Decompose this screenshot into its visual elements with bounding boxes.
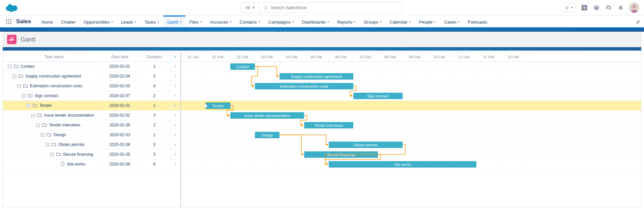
nav-item-opportunities[interactable]: Opportunities▾ [80, 16, 117, 27]
add-task-button[interactable]: ＋ [170, 141, 180, 148]
task-row[interactable]: −Design2020-02-031＋ [3, 130, 180, 140]
page-header: Gantt [3, 32, 641, 47]
task-row[interactable]: −Sign contract2020-02-072＋ [3, 91, 180, 101]
task-row[interactable]: −Contact2020-02-021＋ [3, 62, 180, 71]
edit-nav-button[interactable] [636, 16, 641, 28]
task-duration-cell[interactable]: 3 [139, 111, 171, 120]
gantt-bar[interactable]: Issue tender documentation [230, 112, 304, 119]
add-task-button[interactable]: ＋ [170, 63, 180, 70]
user-avatar[interactable] [629, 3, 639, 13]
notifications-button[interactable] [617, 4, 624, 11]
collapse-toggle[interactable]: − [46, 143, 49, 147]
task-start-cell[interactable]: 2020-02-05 [101, 150, 139, 159]
nav-item-calendar[interactable]: Calendar▾ [386, 16, 415, 27]
task-row[interactable]: −Estimation construction costs2020-02-03… [3, 81, 180, 91]
task-row[interactable]: −Issue tender documentation2020-02-023＋ [3, 111, 180, 120]
task-row[interactable]: Site works2020-02-066＋ [3, 159, 180, 169]
task-duration-cell[interactable]: 3 [139, 140, 171, 149]
task-start-cell[interactable]: 2020-02-07 [101, 91, 139, 100]
collapse-toggle[interactable]: − [31, 114, 35, 117]
gantt-bar[interactable]: Site works [329, 161, 476, 168]
nav-item-forecasts[interactable]: Forecasts [464, 16, 491, 27]
nav-item-chatter[interactable]: Chatter [57, 16, 80, 27]
col-duration[interactable]: Duration [139, 52, 170, 61]
help-button[interactable] [593, 4, 600, 11]
setup-button[interactable] [605, 4, 612, 11]
collapse-toggle[interactable]: − [27, 104, 30, 108]
task-duration-cell[interactable]: 1 [139, 101, 171, 110]
add-task-button[interactable]: ＋ [170, 112, 180, 119]
favorites-button[interactable]: ▼ [562, 3, 576, 12]
task-start-cell[interactable]: 2020-02-02 [101, 111, 139, 120]
task-duration-cell[interactable]: 6 [139, 159, 171, 169]
gantt-bar[interactable]: Tender interviews [304, 122, 353, 128]
search-input[interactable] [271, 5, 399, 10]
collapse-toggle[interactable]: − [12, 74, 16, 78]
add-button[interactable] [581, 4, 588, 11]
gantt-bar[interactable]: Obtain permits [329, 142, 403, 148]
task-row[interactable]: −Tender interviews2020-02-052＋ [3, 120, 180, 130]
collapse-toggle[interactable]: − [36, 123, 40, 127]
nav-item-files[interactable]: Files▾ [185, 16, 206, 27]
timeline-row [181, 81, 641, 91]
add-task-button[interactable]: ＋ [170, 131, 180, 139]
task-row[interactable]: −Obtain permits2020-02-063＋ [3, 140, 180, 150]
add-task-button[interactable]: ＋ [170, 83, 180, 90]
nav-item-campaigns[interactable]: Campaigns▾ [264, 16, 298, 27]
nav-item-leads[interactable]: Leads▾ [117, 16, 140, 27]
collapse-toggle[interactable]: − [17, 84, 21, 88]
gantt-bar[interactable]: Design [255, 132, 280, 138]
nav-item-cases[interactable]: Cases▾ [440, 16, 464, 27]
task-start-cell[interactable]: 2020-02-06 [101, 159, 139, 169]
nav-item-contacts[interactable]: Contacts▾ [235, 16, 264, 27]
task-name-label: Sign contract [35, 93, 58, 98]
collapse-toggle[interactable]: − [8, 65, 11, 68]
task-duration-cell[interactable]: 1 [139, 62, 170, 71]
task-duration-cell[interactable]: 3 [139, 150, 171, 159]
task-start-cell[interactable]: 2020-02-06 [101, 140, 139, 149]
task-row[interactable]: −Tender2020-02-011＋ [3, 101, 180, 111]
task-start-cell[interactable]: 2020-02-05 [101, 120, 139, 130]
nav-item-dashboards[interactable]: Dashboards▾ [298, 16, 333, 27]
search-scope-selector[interactable]: All ▼ [241, 3, 259, 13]
task-duration-cell[interactable]: 4 [139, 81, 171, 91]
task-duration-cell[interactable]: 1 [139, 130, 171, 140]
nav-item-reports[interactable]: Reports▾ [333, 16, 360, 27]
nav-item-accounts[interactable]: Accounts▾ [206, 16, 235, 27]
add-task-button[interactable]: ＋ [170, 161, 180, 168]
add-task-button[interactable]: ＋ [170, 73, 180, 80]
task-duration-cell[interactable]: 2 [139, 91, 171, 100]
collapse-toggle[interactable]: − [22, 94, 26, 98]
task-duration-cell[interactable]: 2 [139, 120, 171, 130]
add-task-button[interactable]: ＋ [170, 151, 180, 158]
col-start-time[interactable]: Start time [101, 52, 139, 61]
task-start-cell[interactable]: 2020-02-02 [101, 62, 139, 71]
task-start-cell[interactable]: 2020-02-01 [101, 101, 139, 110]
collapse-toggle[interactable]: − [41, 133, 45, 137]
add-task-button[interactable]: ＋ [170, 122, 180, 129]
app-launcher-button[interactable] [3, 16, 14, 27]
nav-item-tasks[interactable]: Tasks▾ [141, 16, 163, 27]
nav-item-gantt[interactable]: Gantt▾ [163, 16, 185, 27]
gantt-bar[interactable]: Contact [230, 63, 255, 70]
nav-item-groups[interactable]: Groups▾ [360, 16, 386, 27]
task-start-cell[interactable]: 2020-02-04 [101, 71, 139, 81]
folder-icon [32, 103, 37, 108]
task-duration-cell[interactable]: 3 [139, 71, 170, 81]
add-task-button[interactable]: ＋ [170, 92, 180, 99]
nav-item-home[interactable]: Home [37, 16, 57, 27]
gantt-bar[interactable]: Supply construction agreement [280, 73, 353, 80]
add-task-button[interactable]: ＋ [170, 102, 180, 109]
gantt-bar[interactable]: Sign contract [353, 93, 403, 99]
task-start-cell[interactable]: 2020-02-03 [101, 130, 139, 140]
gantt-bar[interactable]: Secure financing [304, 151, 378, 158]
collapse-toggle[interactable]: − [50, 153, 54, 156]
nav-item-people[interactable]: People▾ [415, 16, 440, 27]
task-row[interactable]: −Supply construction agreement2020-02-04… [3, 71, 180, 81]
gantt-bar[interactable]: Tender [206, 102, 230, 109]
task-start-cell[interactable]: 2020-02-03 [101, 81, 139, 91]
gantt-bar[interactable]: Estimation construction costs [255, 83, 353, 89]
task-row[interactable]: −Secure financing2020-02-053＋ [3, 150, 180, 159]
col-task-name[interactable]: Task name [3, 52, 101, 61]
add-column-button[interactable]: ＋ [170, 52, 180, 61]
